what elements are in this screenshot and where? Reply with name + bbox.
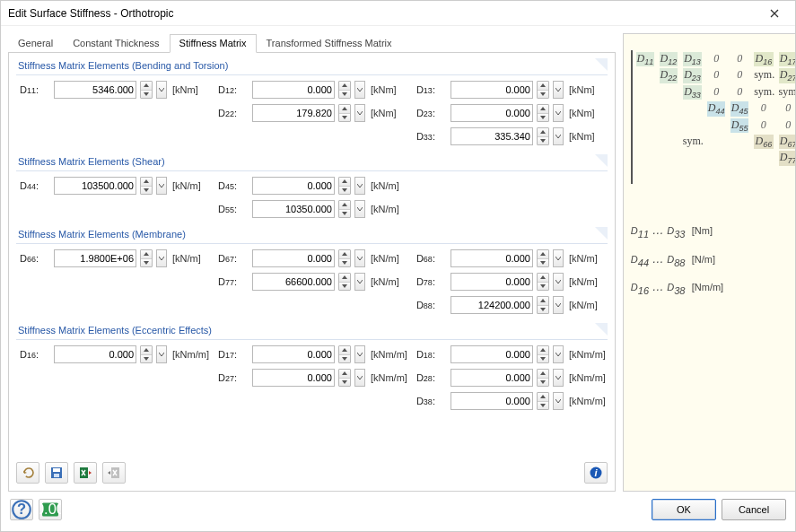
decimal-icon: 0.00 (39, 499, 61, 520)
dialog-footer: ? 0.00 OK Cancel (1, 495, 795, 531)
input-d88[interactable] (451, 300, 532, 310)
spinner-d22[interactable] (338, 104, 351, 122)
picker-d12[interactable] (354, 81, 365, 99)
picker-d16[interactable] (156, 345, 167, 363)
input-d44[interactable] (55, 180, 136, 191)
spinner-d78[interactable] (537, 273, 549, 291)
picker-d88[interactable] (553, 296, 564, 314)
spinner-d13[interactable] (537, 81, 549, 99)
group-bending-torsion: Stiffness Matrix Elements (Bending and T… (16, 58, 608, 145)
picker-d67[interactable] (354, 249, 365, 267)
matrix-cell: 0 (730, 85, 748, 100)
titlebar: Edit Surface Stiffness - Orthotropic (1, 1, 795, 26)
tab-constant-thickness[interactable]: Constant Thickness (63, 34, 169, 53)
spinner-d67[interactable] (338, 249, 351, 267)
picker-d27[interactable] (354, 369, 365, 387)
input-d22[interactable] (253, 108, 334, 118)
field-d68: D68 : [kN/m] (416, 249, 606, 267)
picker-d44[interactable] (156, 177, 167, 195)
matrix-cell (683, 151, 702, 165)
spinner-d28[interactable] (537, 369, 549, 387)
input-d28[interactable] (451, 372, 532, 383)
spinner-d68[interactable] (537, 249, 549, 267)
matrix-cell (707, 151, 725, 165)
input-d18[interactable] (451, 349, 532, 360)
picker-d17[interactable] (354, 345, 365, 363)
input-d78[interactable] (451, 276, 532, 287)
spinner-d44[interactable] (140, 177, 153, 195)
import-button[interactable] (74, 462, 97, 484)
spinner-d11[interactable] (140, 81, 153, 99)
spinner-d66[interactable] (140, 249, 153, 267)
spinner-d17[interactable] (338, 345, 351, 363)
picker-d33[interactable] (553, 127, 564, 145)
input-d77[interactable] (253, 276, 334, 287)
matrix-cell (730, 151, 748, 165)
spinner-d45[interactable] (338, 177, 351, 195)
reset-button[interactable] (16, 462, 39, 484)
picker-d68[interactable] (553, 249, 564, 267)
spinner-d55[interactable] (338, 200, 351, 218)
picker-d77[interactable] (354, 273, 365, 291)
input-d66[interactable] (55, 253, 136, 264)
matrix-cell: 0 (707, 52, 725, 66)
tab-transformed-stiffness-matrix[interactable]: Transformed Stiffness Matrix (257, 34, 402, 53)
units-button[interactable]: 0.00 (39, 499, 62, 520)
label-d67: D67 : (218, 253, 249, 264)
group-header: Stiffness Matrix Elements (Bending and T… (16, 58, 608, 75)
spinner-d38[interactable] (537, 392, 549, 410)
dialog-edit-surface-stiffness: Edit Surface Stiffness - Orthotropic Gen… (0, 0, 796, 532)
matrix-cell (660, 135, 678, 149)
export-button[interactable] (102, 462, 126, 484)
spinner-d88[interactable] (537, 296, 549, 314)
label-d78: D78 : (416, 276, 447, 287)
picker-d38[interactable] (553, 392, 564, 410)
picker-d28[interactable] (553, 369, 564, 387)
input-d12[interactable] (253, 84, 334, 95)
picker-d23[interactable] (553, 104, 564, 122)
input-d23[interactable] (451, 108, 532, 118)
picker-d66[interactable] (156, 249, 167, 267)
input-d55[interactable] (253, 204, 334, 214)
picker-d13[interactable] (553, 81, 564, 99)
ok-button[interactable]: OK (652, 499, 716, 520)
matrix-cell: sym. (754, 85, 773, 100)
input-d27[interactable] (253, 372, 334, 383)
spinner-d18[interactable] (537, 345, 549, 363)
picker-d11[interactable] (156, 81, 167, 99)
spinner-d12[interactable] (338, 81, 351, 99)
input-d38[interactable] (451, 396, 532, 406)
matrix-cell (754, 151, 773, 165)
input-d67[interactable] (253, 253, 334, 264)
help-button[interactable]: ? (10, 499, 33, 520)
input-d11[interactable] (55, 84, 136, 95)
matrix-cell: D33 (683, 85, 702, 100)
spinner-d16[interactable] (140, 345, 153, 363)
picker-d22[interactable] (354, 104, 365, 122)
picker-d78[interactable] (553, 273, 564, 291)
input-d17[interactable] (253, 349, 334, 360)
info-button[interactable]: i (584, 462, 608, 484)
field-d33: D33 : [kNm] (416, 127, 606, 145)
matrix-cell: D27 (779, 68, 795, 83)
picker-d18[interactable] (553, 345, 564, 363)
picker-d45[interactable] (354, 177, 365, 195)
spinner-d33[interactable] (537, 127, 549, 145)
picker-d55[interactable] (354, 200, 365, 218)
input-d68[interactable] (451, 253, 532, 264)
input-d16[interactable] (55, 349, 136, 360)
spinner-d27[interactable] (338, 369, 351, 387)
input-d45[interactable] (253, 180, 334, 191)
panel-toolbar: i (16, 455, 608, 484)
input-d13[interactable] (451, 84, 532, 95)
tab-general[interactable]: General (8, 34, 63, 53)
cancel-button[interactable]: Cancel (722, 499, 786, 520)
spinner-d77[interactable] (338, 273, 351, 291)
spinner-d23[interactable] (537, 104, 549, 122)
save-button[interactable] (45, 462, 68, 484)
input-d33[interactable] (451, 131, 532, 142)
tab-stiffness-matrix[interactable]: Stiffness Matrix (170, 34, 257, 53)
field-d44: D44 : [kN/m] (20, 177, 209, 195)
close-button[interactable] (761, 4, 788, 23)
matrix-cell (730, 168, 748, 182)
